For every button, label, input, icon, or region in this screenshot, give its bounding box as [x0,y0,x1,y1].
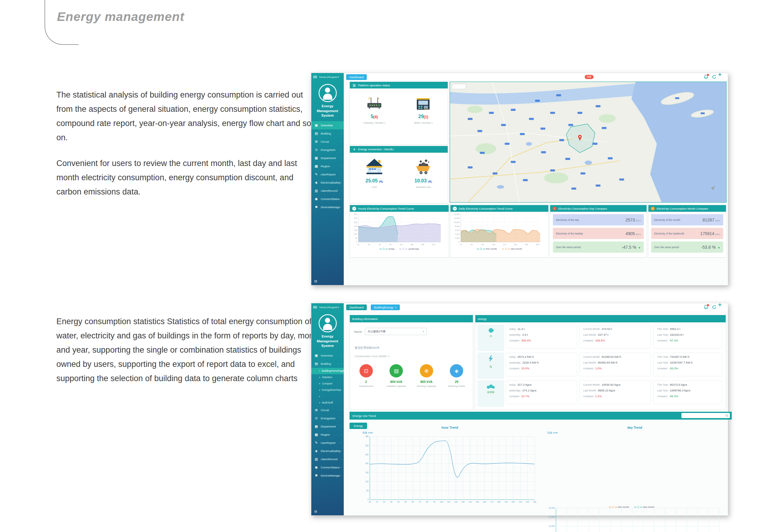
tab-close-icon[interactable]: × [395,306,396,309]
panel-title: Daily Electricity Consumption Trend Curv… [459,207,513,210]
bell-icon[interactable] [704,74,709,79]
sidebar-item-alarmrecord[interactable]: ▥AlarmRecord› [311,455,344,463]
bell-icon[interactable] [704,305,709,310]
header-icons [704,74,725,79]
compare-label: Electricity of the lastday [556,232,583,235]
sidebar-item-energyitem[interactable]: ⊙EnergyItem› [311,146,344,154]
sidebar-item-connectstatus[interactable]: ◉ConnectStatus› [311,195,344,203]
sidebar-item-label: Overview [321,123,333,127]
stat-key: Current Month: [583,383,600,386]
sidebar-item-department[interactable]: ▦Department› [311,422,344,431]
sidebar-subitem-multitariff[interactable]: MultiTariff [311,400,344,406]
sidebar-subitem-energyflowchart[interactable]: EnergyflowChart [311,387,344,393]
sidebar-item-devicemanage[interactable]: ✖DeviceManage› [311,471,344,480]
panel-title: Platform operation status [358,84,390,87]
sidebar-subitem-blank[interactable] [311,393,344,400]
sidebar-item-label: Circuit [321,409,329,412]
legend-item-this-month[interactable]: this month [609,506,629,508]
refresh-icon[interactable] [712,74,717,79]
compare-value: 81287 [703,218,715,222]
stat-key: Last Month: [583,389,597,392]
stat-value: 29(1) [401,114,445,119]
sidebar-item-userreport[interactable]: ✎UserReport› [311,439,344,447]
chevron-right-icon: › [341,466,342,469]
energy-stat-line: This Year:90272.6 kgce [657,383,719,386]
svg-text:6,000: 6,000 [455,229,460,231]
legend-item-last-month[interactable]: last month [634,506,654,508]
sidebar-item-alarmrecord[interactable]: ▥AlarmRecord› [311,187,344,195]
stat-key: compare: [657,339,668,342]
tab-building-energy[interactable]: BuildingEnergy× [371,304,400,310]
svg-text:9h: 9h [390,244,392,245]
energy-stat-line: compare:358.4% [509,339,574,342]
stat-value: 1.0% [595,366,602,370]
sidebar-item-overview[interactable]: ▣Overview› [311,121,344,129]
svg-text:4,000: 4,000 [455,233,460,235]
sidebar-item-region[interactable]: ▩Region› [311,431,344,439]
chevron-right-icon: › [341,354,342,357]
sidebar-item-building[interactable]: ▤Building› [311,129,344,138]
sidebar-item-building[interactable]: ▤Building› [311,359,344,368]
tab-dashboard[interactable]: Dashboard [346,304,367,310]
sidebar-bottom-icon[interactable]: ⊟ [311,277,344,285]
tab-dashboard[interactable]: Dashboard [346,74,367,80]
chevron-right-icon: › [341,124,342,126]
hamburger-icon[interactable] [313,76,317,78]
sidebar-item-userreport[interactable]: ✎UserReport› [311,170,344,179]
svg-text:22h: 22h [526,501,529,503]
svg-text:14h: 14h [468,501,472,503]
building-select[interactable]: 办公建筑2号楼 ▾ [365,328,427,335]
header-icons [704,305,725,310]
paragraph-text: Convenient for users to review the curre… [56,156,317,199]
building-stat-label: Metering Points [442,385,472,387]
stat-value: 25.05 (吨) [352,178,396,184]
city-map[interactable] [449,81,727,203]
stat-key: This Year: [657,383,669,386]
sidebar-item-overview[interactable]: ▣Overview› [311,351,344,359]
building-icon: ▤ [314,131,318,136]
compare-value: -53.8 % [701,245,716,250]
sidebar-item-devicemanage[interactable]: ✖DeviceManage› [311,203,344,211]
search-icon[interactable] [725,414,728,417]
coal-cart-icon [401,158,445,175]
sidebar-item-label: Department [321,156,336,160]
sidebar-item-circuit[interactable]: ⊞Circuit› [311,138,344,146]
fullscreen-icon[interactable] [720,305,725,310]
svg-text:12,000: 12,000 [549,516,555,518]
sidebar-item-circuit[interactable]: ⊞Circuit› [311,406,344,414]
theme-user-menu[interactable]: Theme (ON guest ▾ [319,76,339,78]
compare-icon: + [651,207,655,211]
stat-block: 10.03 (吨)Standard coal [401,158,445,189]
connectstatus-icon: ◉ [314,197,318,201]
sidebar-item-electricalsafety[interactable]: ◈ElectricalSafety› [311,179,344,187]
search-input[interactable] [688,413,725,418]
svg-text:12h: 12h [400,244,403,245]
compare-row: Over the same period-53.8 %▼ [651,241,723,253]
compare-label: Electricity of the day [556,218,579,222]
gateway-icon [352,93,396,111]
svg-text:150: 150 [354,229,357,231]
sidebar-item-label: Region [321,433,330,436]
sidebar-bottom-icon[interactable]: ⊟ [311,507,344,515]
stat-key: compare: [509,339,520,342]
energy-stat-line: This Year:731067.5 kW·h [657,355,719,358]
sidebar-item-energyitem[interactable]: ⊙EnergyItem› [311,414,344,422]
alarm-badge[interactable]: 报警 [585,75,593,79]
sidebar-top-bar: Theme (ON guest ▾ [311,303,344,311]
sidebar-subitem-statistics[interactable]: Statistics [311,374,344,380]
compare-value: 175914 [700,231,715,236]
refresh-icon[interactable] [712,305,717,310]
sidebar-item-department[interactable]: ▦Department› [311,154,344,162]
sidebar-subitem-buildinghomepage[interactable]: BuildingHomePage [311,368,344,374]
sidebar-item-electricalsafety[interactable]: ◈ElectricalSafety› [311,447,344,455]
stat-value: 15.5% [521,366,529,370]
stat-value: 9908.13 kgce [598,389,615,392]
hamburger-icon[interactable] [313,306,317,309]
fullscreen-icon[interactable] [720,74,725,79]
theme-user-menu[interactable]: Theme (ON guest ▾ [319,306,339,309]
sidebar-item-region[interactable]: ▩Region› [311,162,344,170]
sidebar-item-label: EnergyItem [321,148,336,152]
stat-value: 731067.5 kW·h [670,355,689,358]
sidebar-subitem-compare[interactable]: Compare [311,380,344,387]
sidebar-item-connectstatus[interactable]: ◉ConnectStatus› [311,463,344,471]
